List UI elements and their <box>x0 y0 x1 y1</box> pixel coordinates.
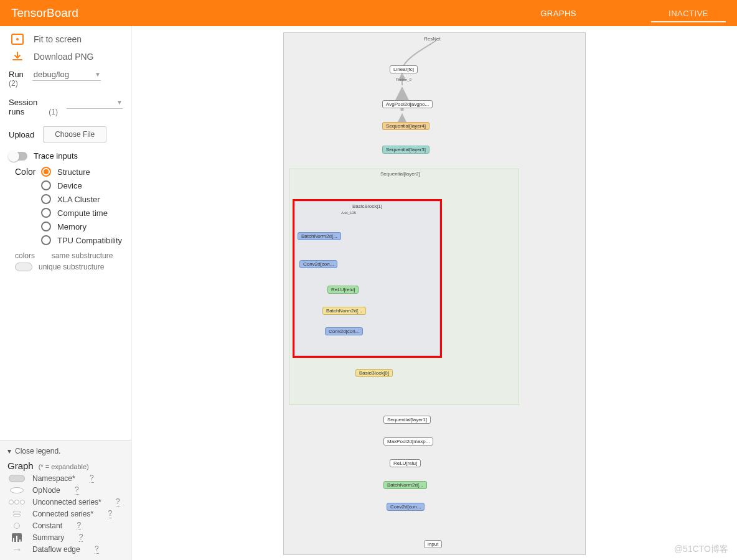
color-option-device[interactable]: Device <box>9 180 123 190</box>
color-option-tpu[interactable]: TPU Compatibility <box>9 235 123 245</box>
radio-icon <box>41 208 51 218</box>
run-select[interactable]: debug/log ▼ <box>32 68 101 81</box>
group-label: Sequential[layer2] <box>380 171 420 177</box>
app-header: TensorBoard GRAPHS INACTIVE <box>0 0 737 26</box>
node-avgpool[interactable]: AvgPool2d[avgpo... <box>382 100 433 108</box>
tab-inactive-label: INACTIVE <box>669 9 708 18</box>
trace-inputs-label: Trace inputs <box>34 151 78 161</box>
scope-label: ResNet <box>424 36 441 42</box>
color-option-xla[interactable]: XLA Cluster <box>9 194 123 204</box>
svg-point-1 <box>16 38 19 40</box>
node-conv-outer[interactable]: Conv2d[con... <box>387 503 425 511</box>
color-option-label: Compute time <box>57 208 108 218</box>
help-icon[interactable]: ? <box>116 497 120 506</box>
help-icon[interactable]: ? <box>77 521 81 530</box>
download-png-label: Download PNG <box>34 52 94 62</box>
legend-summary: Summary ? <box>7 533 124 542</box>
node-bn1[interactable]: BatchNorm2d[... <box>298 232 341 240</box>
node-conv2b[interactable]: Conv2d[con... <box>325 327 363 335</box>
help-icon[interactable]: ? <box>75 485 79 495</box>
upload-label: Upload <box>9 130 34 139</box>
sidebar: Fit to screen Download PNG Run (2) debug… <box>0 26 132 560</box>
run-select-value: debug/log <box>34 70 69 79</box>
legend-connected: Connected series* ? <box>7 509 124 518</box>
header-tabs: GRAPHS INACTIVE <box>466 0 726 26</box>
radio-icon <box>41 180 51 190</box>
same-sub-label: same substructure <box>52 251 113 260</box>
color-option-label: Memory <box>57 222 87 231</box>
legend-panel: ▾ Close legend. Graph (* = expandable) N… <box>0 440 131 560</box>
unique-sub-label: unique substructure <box>39 263 104 271</box>
graph-canvas-wrap: ResNet Linear[fc] Flatten_0 AvgPool2d[av… <box>132 26 737 560</box>
upload-button[interactable]: Choose File <box>43 126 106 142</box>
node-maxpool[interactable]: MaxPool2d[maxp... <box>383 437 433 446</box>
color-option-compute[interactable]: Compute time <box>9 208 123 218</box>
session-runs-count: (1) <box>49 108 58 116</box>
color-option-label: TPU Compatibility <box>57 236 122 245</box>
node-conv2a[interactable]: Conv2d[con... <box>299 260 337 268</box>
color-option-label: Structure <box>57 167 90 177</box>
help-icon[interactable]: ? <box>95 544 99 554</box>
help-icon[interactable]: ? <box>90 474 94 483</box>
caret-down-icon: ▼ <box>116 99 123 106</box>
tab-inactive[interactable]: INACTIVE <box>651 0 726 26</box>
legend-namespace: Namespace* ? <box>7 474 124 483</box>
node-flatten[interactable]: Flatten_0 <box>396 78 411 82</box>
legend-opnode: OpNode ? <box>7 485 124 495</box>
legend-expandable-hint: (* = expandable) <box>39 463 89 470</box>
chevron-down-icon: ▾ <box>7 447 11 455</box>
node-relu-inner[interactable]: ReLU[relu] <box>327 286 359 294</box>
swatch-icon <box>15 263 32 271</box>
radio-icon <box>41 222 51 231</box>
session-runs-select[interactable]: ▼ <box>67 96 123 109</box>
node-bn-outer[interactable]: BatchNorm2d[... <box>383 481 427 489</box>
run-label: Run <box>9 70 24 79</box>
run-count: (2) <box>9 79 24 88</box>
node-linear[interactable]: Linear[fc] <box>390 65 418 73</box>
help-icon[interactable]: ? <box>79 533 83 542</box>
radio-icon <box>41 235 51 245</box>
graph-canvas[interactable]: ResNet Linear[fc] Flatten_0 AvgPool2d[av… <box>283 32 586 555</box>
app-title: TensorBoard <box>11 6 78 20</box>
color-option-label: Device <box>57 181 82 190</box>
radio-icon <box>41 167 51 177</box>
fit-to-screen-label: Fit to screen <box>34 34 82 44</box>
node-basicblock0[interactable]: BasicBlock[0] <box>355 369 393 377</box>
watermark: @51CTO博客 <box>674 544 728 555</box>
color-option-memory[interactable]: Memory <box>9 222 123 231</box>
node-relu-outer[interactable]: ReLU[relu] <box>390 459 421 467</box>
inner-label: BasicBlock[1] <box>352 203 382 209</box>
color-option-label: XLA Cluster <box>57 195 100 204</box>
inner-basicblock1[interactable] <box>294 201 440 356</box>
colors-word: colors <box>15 251 35 260</box>
caret-down-icon: ▼ <box>95 71 101 78</box>
legend-dataflow: →Dataflow edge ? <box>7 544 124 554</box>
legend-constant: Constant ? <box>7 521 124 530</box>
node-seq1[interactable]: Sequential[layer1] <box>383 416 431 424</box>
fit-to-screen-row[interactable]: Fit to screen <box>9 34 123 45</box>
close-legend-label: Close legend. <box>15 447 60 455</box>
trace-inputs-toggle[interactable] <box>9 152 27 161</box>
node-input[interactable]: input <box>424 540 442 548</box>
node-bn2[interactable]: BatchNorm2d[... <box>322 307 366 315</box>
color-section-label: Color <box>15 167 35 177</box>
tab-graphs[interactable]: GRAPHS <box>466 0 651 26</box>
node-seq3[interactable]: Sequential[layer3] <box>382 146 430 154</box>
color-option-structure[interactable]: Color Structure <box>9 167 123 177</box>
download-icon <box>9 51 26 62</box>
session-runs-label: Session runs <box>9 98 40 116</box>
help-icon[interactable]: ? <box>108 509 112 518</box>
legend-title: Graph <box>7 460 34 471</box>
node-seq4[interactable]: Sequential[layer4] <box>382 122 430 130</box>
fit-screen-icon <box>9 34 26 45</box>
download-png-row[interactable]: Download PNG <box>9 51 123 62</box>
radio-icon <box>41 194 51 204</box>
legend-unconnected: Unconnected series* ? <box>7 497 124 506</box>
graph-edges <box>284 33 471 126</box>
close-legend-button[interactable]: ▾ Close legend. <box>7 447 124 455</box>
inner-sublabel: Add_135 <box>341 211 356 215</box>
